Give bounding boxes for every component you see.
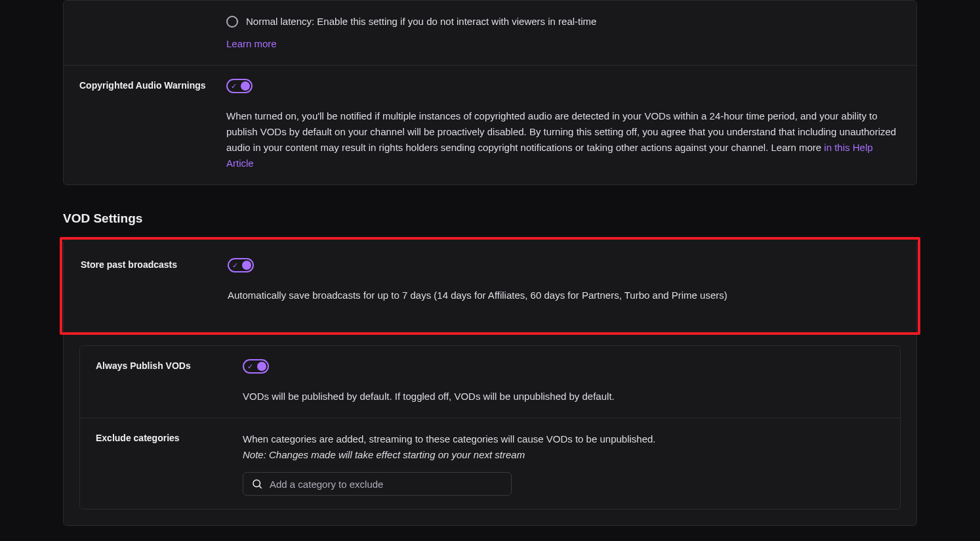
always-publish-content: ✓ VODs will be published by default. If …: [243, 359, 884, 404]
svg-point-0: [253, 480, 260, 487]
vod-settings-heading: VOD Settings: [63, 211, 917, 226]
exclude-category-input-wrap[interactable]: [243, 472, 512, 496]
vod-inner-panel: Always Publish VODs ✓ VODs will be publi…: [79, 345, 901, 509]
exclude-categories-row: Exclude categories When categories are a…: [80, 418, 900, 509]
copyright-audio-description: When turned on, you'll be notified if mu…: [226, 108, 901, 171]
exclude-categories-note: Note: Changes made will take effect star…: [243, 447, 884, 463]
store-past-broadcasts-highlight: Store past broadcasts ✓ Automatically sa…: [60, 237, 920, 335]
exclude-categories-content: When categories are added, streaming to …: [243, 431, 884, 496]
store-past-broadcasts-row: Store past broadcasts ✓ Automatically sa…: [62, 240, 918, 332]
copyright-audio-row: Copyrighted Audio Warnings ✓ When turned…: [64, 66, 916, 184]
exclude-category-input[interactable]: [270, 479, 503, 490]
always-publish-row: Always Publish VODs ✓ VODs will be publi…: [80, 346, 900, 418]
latency-label-spacer: [79, 14, 211, 52]
always-publish-title: Always Publish VODs: [96, 359, 227, 404]
normal-latency-label: Normal latency: Enable this setting if y…: [246, 14, 596, 30]
check-icon: ✓: [232, 261, 238, 270]
exclude-categories-title: Exclude categories: [96, 431, 227, 496]
store-past-broadcasts-description: Automatically save broadcasts for up to …: [228, 288, 899, 303]
copyright-audio-toggle[interactable]: ✓: [226, 79, 253, 93]
latency-content: Normal latency: Enable this setting if y…: [226, 14, 901, 52]
search-icon: [251, 478, 263, 490]
check-icon: ✓: [247, 362, 253, 371]
copyright-audio-title: Copyrighted Audio Warnings: [79, 79, 211, 171]
latency-row: Normal latency: Enable this setting if y…: [64, 1, 916, 66]
check-icon: ✓: [231, 81, 237, 91]
normal-latency-option[interactable]: Normal latency: Enable this setting if y…: [226, 14, 901, 30]
store-past-broadcasts-content: ✓ Automatically save broadcasts for up t…: [228, 258, 899, 303]
store-past-broadcasts-title: Store past broadcasts: [81, 258, 212, 303]
always-publish-description: VODs will be published by default. If to…: [243, 389, 884, 404]
always-publish-toggle[interactable]: ✓: [243, 359, 269, 374]
stream-settings-panel: Normal latency: Enable this setting if y…: [63, 0, 917, 185]
radio-unchecked-icon: [226, 16, 238, 28]
copyright-audio-content: ✓ When turned on, you'll be notified if …: [226, 79, 901, 171]
store-past-broadcasts-toggle[interactable]: ✓: [228, 258, 254, 272]
svg-line-1: [259, 486, 261, 488]
learn-more-link[interactable]: Learn more: [226, 38, 277, 49]
vod-settings-panel: Store past broadcasts ✓ Automatically sa…: [63, 239, 917, 526]
exclude-categories-description: When categories are added, streaming to …: [243, 431, 884, 447]
